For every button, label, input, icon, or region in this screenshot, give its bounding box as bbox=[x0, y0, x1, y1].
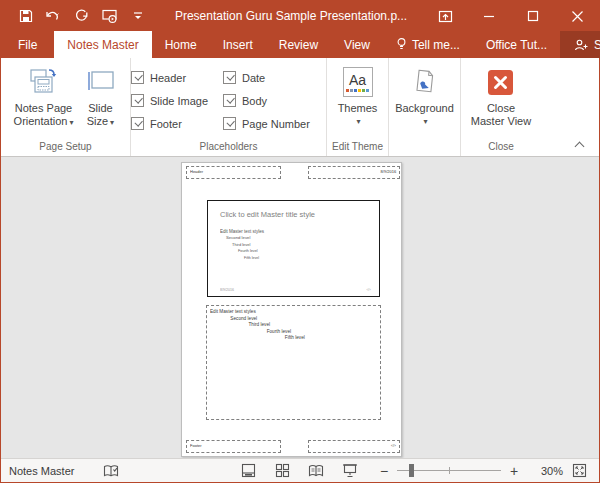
zoom-out-button[interactable]: − bbox=[377, 464, 391, 478]
checkbox-label: Footer bbox=[150, 118, 182, 130]
date-placeholder[interactable]: 8/9/2016 bbox=[308, 166, 400, 179]
orientation-label-line2: Orientation▾ bbox=[14, 115, 74, 129]
undo-icon[interactable] bbox=[43, 5, 65, 27]
checkbox-slide-image[interactable]: Slide Image bbox=[131, 94, 223, 107]
share-person-icon bbox=[574, 38, 589, 52]
tab-notes-master[interactable]: Notes Master bbox=[54, 31, 151, 58]
notes-master-page: Header 8/9/2016 Click to edit Master tit… bbox=[181, 162, 402, 457]
checkbox-footer[interactable]: Footer bbox=[131, 117, 223, 130]
start-from-beginning-icon[interactable] bbox=[99, 5, 121, 27]
editing-canvas: Header 8/9/2016 Click to edit Master tit… bbox=[1, 157, 599, 458]
page-number-placeholder[interactable]: ‹#› bbox=[308, 440, 400, 453]
slide-footer-date: 8/9/2016 bbox=[220, 288, 234, 292]
footer-placeholder[interactable]: Footer bbox=[186, 440, 281, 453]
slide-show-icon[interactable] bbox=[333, 460, 367, 482]
share-button[interactable]: Share bbox=[560, 31, 600, 58]
normal-view-icon[interactable] bbox=[231, 460, 265, 482]
checkbox-label: Date bbox=[242, 72, 265, 84]
dropdown-caret-icon: ▾ bbox=[69, 118, 73, 127]
status-bar: Notes Master − bbox=[1, 458, 599, 482]
background-button[interactable]: Background ▾ bbox=[390, 62, 459, 130]
share-label: Share bbox=[594, 38, 600, 52]
dropdown-caret-icon: ▾ bbox=[356, 115, 360, 128]
background-label: Background bbox=[395, 102, 454, 115]
group-placeholders: Header Date Slide Image Body Footer bbox=[130, 58, 326, 156]
fit-slide-to-window-icon[interactable] bbox=[567, 460, 591, 482]
status-view-name: Notes Master bbox=[9, 465, 74, 477]
save-icon[interactable] bbox=[15, 5, 37, 27]
zoom-slider-thumb[interactable] bbox=[409, 464, 414, 477]
close-master-label-line2: Master View bbox=[471, 115, 531, 128]
zoom-in-button[interactable]: + bbox=[507, 464, 521, 478]
checkbox[interactable] bbox=[131, 71, 144, 84]
lightbulb-icon bbox=[396, 37, 407, 52]
powerpoint-window: Presentation Guru Sample Presentation.p.… bbox=[0, 0, 600, 483]
themes-icon: Aa bbox=[343, 67, 373, 97]
close-master-view-icon bbox=[487, 64, 514, 100]
checkbox-body[interactable]: Body bbox=[223, 94, 319, 107]
maximize-icon[interactable] bbox=[511, 1, 555, 31]
group-close: Close Master View Close bbox=[460, 58, 541, 156]
checkbox-page-number[interactable]: Page Number bbox=[223, 117, 319, 130]
header-placeholder-text: Header bbox=[190, 169, 203, 174]
quick-access-toolbar bbox=[1, 5, 149, 27]
proofing-icon[interactable] bbox=[102, 460, 120, 482]
titlebar: Presentation Guru Sample Presentation.p.… bbox=[1, 1, 599, 31]
background-icon bbox=[411, 64, 439, 100]
tab-file[interactable]: File bbox=[1, 31, 54, 58]
repeat-icon[interactable] bbox=[71, 5, 93, 27]
checkbox-label: Body bbox=[242, 95, 267, 107]
group-edit-theme: Aa Themes ▾ Edit Theme bbox=[326, 58, 388, 156]
slide-sorter-icon[interactable] bbox=[265, 460, 299, 482]
dropdown-caret-icon: ▾ bbox=[423, 115, 427, 128]
group-page-setup: Notes Page Orientation▾ Slide Size▾ Page… bbox=[1, 58, 130, 156]
customize-qat-icon[interactable] bbox=[127, 5, 149, 27]
window-controls bbox=[423, 1, 599, 31]
slide-image-placeholder[interactable]: Click to edit Master title style Edit Ma… bbox=[207, 200, 380, 297]
group-label-page-setup: Page Setup bbox=[1, 139, 130, 156]
date-placeholder-text: 8/9/2016 bbox=[380, 169, 396, 174]
checkbox-label: Header bbox=[150, 72, 186, 84]
notes-page-orientation-button[interactable]: Notes Page Orientation▾ bbox=[9, 62, 79, 131]
checkbox[interactable] bbox=[223, 94, 236, 107]
tab-review[interactable]: Review bbox=[266, 31, 331, 58]
checkbox-label: Page Number bbox=[242, 118, 310, 130]
checkbox-label: Slide Image bbox=[150, 95, 208, 107]
minimize-icon[interactable] bbox=[467, 1, 511, 31]
group-label-placeholders: Placeholders bbox=[131, 139, 326, 156]
window-title: Presentation Guru Sample Presentation.p.… bbox=[149, 9, 423, 23]
body-level-3: Third level bbox=[210, 321, 375, 328]
orientation-label-line1: Notes Page bbox=[15, 102, 72, 115]
slide-master-title: Click to edit Master title style bbox=[220, 210, 315, 219]
checkbox[interactable] bbox=[223, 117, 236, 130]
tab-tell-me[interactable]: Tell me... bbox=[383, 31, 473, 58]
collapse-ribbon-icon[interactable] bbox=[575, 141, 585, 148]
close-master-label-line1: Close bbox=[487, 102, 515, 115]
ribbon-display-options-icon[interactable] bbox=[423, 1, 467, 31]
notes-page-orientation-icon bbox=[26, 64, 60, 100]
reading-view-icon[interactable] bbox=[299, 460, 333, 482]
group-label-background bbox=[389, 139, 460, 156]
slide-size-button[interactable]: Slide Size▾ bbox=[78, 62, 122, 131]
checkbox[interactable] bbox=[131, 94, 144, 107]
ribbon-tab-row: File Notes Master Home Insert Review Vie… bbox=[1, 31, 599, 58]
tab-home[interactable]: Home bbox=[152, 31, 210, 58]
body-level-5: Fifth level bbox=[210, 334, 375, 341]
themes-button[interactable]: Aa Themes ▾ bbox=[333, 62, 383, 130]
body-placeholder[interactable]: Edit Master text styles Second level Thi… bbox=[206, 305, 381, 420]
header-placeholder[interactable]: Header bbox=[186, 166, 281, 179]
themes-icon-dots bbox=[346, 89, 369, 92]
zoom-slider[interactable] bbox=[397, 470, 501, 471]
close-icon[interactable] bbox=[555, 1, 599, 31]
tab-insert[interactable]: Insert bbox=[210, 31, 266, 58]
checkbox[interactable] bbox=[223, 71, 236, 84]
dropdown-caret-icon: ▾ bbox=[110, 118, 114, 127]
zoom-level[interactable]: 30% bbox=[529, 465, 563, 477]
tab-office-tut[interactable]: Office Tut... bbox=[473, 31, 560, 58]
tab-view[interactable]: View bbox=[331, 31, 383, 58]
checkbox[interactable] bbox=[131, 117, 144, 130]
close-master-view-button[interactable]: Close Master View bbox=[466, 62, 536, 130]
checkbox-date[interactable]: Date bbox=[223, 71, 319, 84]
body-text-levels: Edit Master text styles Second level Thi… bbox=[210, 308, 375, 341]
checkbox-header[interactable]: Header bbox=[131, 71, 223, 84]
